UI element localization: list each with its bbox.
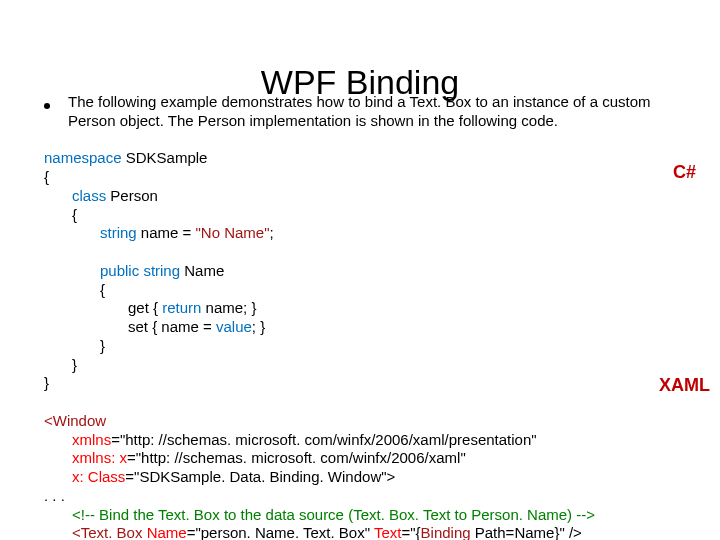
code-line: { xyxy=(44,168,49,185)
code-line: value xyxy=(216,318,252,335)
code-line: } xyxy=(100,337,105,354)
code-line: namespace xyxy=(44,149,122,166)
code-line: x: Class xyxy=(72,468,125,485)
code-line: } xyxy=(44,374,49,391)
code-line: ="person. Name. Text. Box" xyxy=(187,524,374,540)
bullet-dot-icon xyxy=(44,103,50,109)
code-line: get { xyxy=(128,299,162,316)
code-line: name = xyxy=(137,224,196,241)
csharp-code-block: namespace SDKSample { class Person { str… xyxy=(44,131,690,394)
code-line: return xyxy=(162,299,201,316)
code-line: ; } xyxy=(252,318,265,335)
code-line: Person xyxy=(106,187,158,204)
bullet-text: The following example demonstrates how t… xyxy=(68,93,690,131)
code-line: set { name = xyxy=(128,318,216,335)
xaml-code-block: <Window xmlns="http: //schemas. microsof… xyxy=(44,393,690,540)
code-line: public xyxy=(100,262,139,279)
code-line: Path=Name}" /> xyxy=(471,524,582,540)
xaml-badge: XAML xyxy=(659,375,710,396)
code-line: ="http: //schemas. microsoft. com/winfx/… xyxy=(127,449,466,466)
code-line: string xyxy=(143,262,180,279)
code-line: { xyxy=(100,281,105,298)
code-line: "No Name" xyxy=(195,224,269,241)
code-line: Binding xyxy=(421,524,471,540)
code-line: <Window xyxy=(44,412,106,429)
slide: WPF Binding The following example demons… xyxy=(0,0,720,540)
code-line: ="http: //schemas. microsoft. com/winfx/… xyxy=(111,431,536,448)
code-line: <Text. Box xyxy=(72,524,147,540)
code-line: class xyxy=(72,187,106,204)
code-line: } xyxy=(72,356,77,373)
csharp-badge: C# xyxy=(673,162,696,183)
code-line: name; } xyxy=(201,299,256,316)
code-line: string xyxy=(100,224,137,241)
code-line: Name xyxy=(180,262,224,279)
bullet-item: The following example demonstrates how t… xyxy=(30,93,690,131)
code-line: Text xyxy=(374,524,402,540)
code-line: ="{ xyxy=(401,524,420,540)
code-line: <!-- Bind the Text. Box to the data sour… xyxy=(72,506,595,523)
code-line: { xyxy=(72,206,77,223)
code-line: xmlns: x xyxy=(72,449,127,466)
code-line: xmlns xyxy=(72,431,111,448)
code-line: . . . xyxy=(44,487,65,504)
code-line: ; xyxy=(270,224,274,241)
code-line: ="SDKSample. Data. Binding. Window"> xyxy=(125,468,395,485)
code-line: Name xyxy=(147,524,187,540)
code-line: SDKSample xyxy=(122,149,208,166)
